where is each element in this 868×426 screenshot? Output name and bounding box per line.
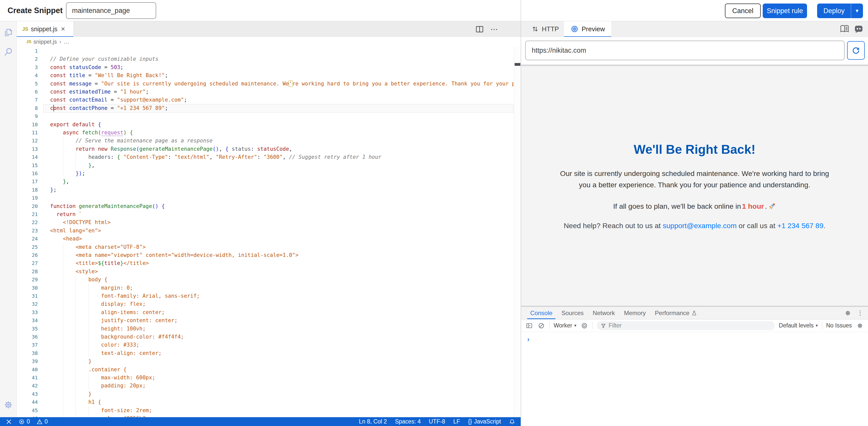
console-settings-gear-icon[interactable] bbox=[856, 322, 864, 330]
language-mode[interactable]: {} JavaScript bbox=[468, 418, 501, 425]
snippet-name-input[interactable] bbox=[66, 2, 156, 19]
code-line-46[interactable]: 46 color: #0056b3; bbox=[17, 415, 514, 417]
discord-chat-icon[interactable] bbox=[854, 24, 864, 34]
code-line-19[interactable]: 19 bbox=[17, 194, 514, 202]
code-line-43[interactable]: 43 } bbox=[17, 390, 514, 398]
code-line-9[interactable]: 9 bbox=[17, 112, 514, 120]
tab-sources[interactable]: Sources bbox=[557, 307, 588, 319]
console-output[interactable]: › bbox=[521, 332, 868, 426]
devtools-settings-gear-icon[interactable] bbox=[844, 309, 852, 317]
code-line-6[interactable]: 6const estimatedTime = "1 hour"; bbox=[17, 88, 514, 96]
code-line-24[interactable]: 24 <head> bbox=[17, 235, 514, 243]
code-line-42[interactable]: 42 padding: 20px; bbox=[17, 381, 514, 390]
split-editor-icon[interactable] bbox=[475, 25, 484, 34]
code-line-39[interactable]: 39 } bbox=[17, 357, 514, 365]
tab-preview[interactable]: Preview bbox=[564, 21, 611, 37]
code-line-21[interactable]: 21 return ` bbox=[17, 210, 514, 218]
clear-console-icon[interactable] bbox=[537, 322, 545, 330]
code-line-31[interactable]: 31 font-family: Arial, sans-serif; bbox=[17, 292, 514, 300]
docs-book-icon[interactable] bbox=[839, 24, 850, 34]
breadcrumb-rest[interactable]: … bbox=[64, 38, 69, 45]
code-line-25[interactable]: 25 <meta charset="UTF-8"> bbox=[17, 243, 514, 251]
code-editor[interactable]: 12// Define your customizable inputs3con… bbox=[17, 47, 514, 417]
url-input[interactable] bbox=[525, 40, 844, 60]
code-line-34[interactable]: 34 justify-content: center; bbox=[17, 316, 514, 324]
encoding[interactable]: UTF-8 bbox=[429, 418, 445, 425]
live-expression-eye-icon[interactable] bbox=[580, 322, 588, 330]
devtools-more-icon[interactable]: ⋮ bbox=[857, 309, 864, 317]
deploy-dropdown-caret[interactable]: ▾ bbox=[851, 3, 863, 18]
notifications-bell-icon[interactable] bbox=[509, 419, 515, 425]
code-line-5[interactable]: 5const message = "Our site is currently … bbox=[17, 80, 514, 88]
snippet-rule-button[interactable]: Snippet rule bbox=[763, 3, 807, 18]
indentation[interactable]: Spaces: 4 bbox=[395, 418, 421, 425]
breadcrumb-file[interactable]: snippet.js bbox=[33, 38, 57, 45]
editor-scrollbar[interactable] bbox=[514, 47, 521, 417]
code-line-36[interactable]: 36 background-color: #f4f4f4; bbox=[17, 333, 514, 341]
issues-counter[interactable]: No Issues bbox=[826, 322, 852, 329]
breadcrumb[interactable]: JS snippet.js › … bbox=[17, 37, 521, 47]
code-line-3[interactable]: 3const statusCode = 503; bbox=[17, 63, 514, 71]
refresh-button[interactable] bbox=[847, 41, 865, 60]
tab-performance[interactable]: Performance bbox=[650, 307, 702, 319]
code-line-4[interactable]: 4const title = "We'll Be Right Back!"; bbox=[17, 71, 514, 79]
code-line-45[interactable]: 45 font-size: 2rem; bbox=[17, 406, 514, 415]
console-prompt[interactable]: › bbox=[527, 336, 529, 343]
code-line-20[interactable]: 20function generateMaintenancePage() { bbox=[17, 202, 514, 210]
code-line-7[interactable]: 7const contactEmail = "support@example.c… bbox=[17, 96, 514, 104]
code-line-23[interactable]: 23<html lang="en"> bbox=[17, 227, 514, 235]
context-selector[interactable]: Worker ▾ bbox=[554, 322, 576, 329]
code-line-35[interactable]: 35 height: 100vh; bbox=[17, 325, 514, 333]
warnings-indicator[interactable]: 0 bbox=[36, 418, 48, 425]
tab-console[interactable]: Console bbox=[526, 307, 557, 319]
code-line-14[interactable]: 14 headers: { "Content-Type": "text/html… bbox=[17, 153, 514, 161]
code-line-2[interactable]: 2// Define your customizable inputs bbox=[17, 55, 514, 63]
remote-indicator-icon[interactable] bbox=[5, 419, 12, 425]
tab-http[interactable]: HTTP bbox=[525, 21, 565, 37]
search-icon[interactable] bbox=[3, 47, 14, 57]
code-line-44[interactable]: 44 h1 { bbox=[17, 398, 514, 406]
tab-network[interactable]: Network bbox=[588, 307, 619, 319]
cursor-position[interactable]: Ln 8, Col 2 bbox=[359, 418, 387, 425]
files-icon[interactable] bbox=[3, 27, 14, 38]
code-line-10[interactable]: 10export default { bbox=[17, 120, 514, 129]
code-line-1[interactable]: 1 bbox=[17, 47, 514, 55]
close-tab-icon[interactable]: × bbox=[61, 26, 65, 31]
settings-gear-icon[interactable] bbox=[3, 399, 14, 410]
code-line-12[interactable]: 12 // Serve the maintenance page as a re… bbox=[17, 137, 514, 145]
code-line-15[interactable]: 15 }, bbox=[17, 161, 514, 169]
code-line-33[interactable]: 33 align-items: center; bbox=[17, 308, 514, 316]
code-line-22[interactable]: 22 <!DOCTYPE html> bbox=[17, 218, 514, 226]
code-line-17[interactable]: 17 }, bbox=[17, 177, 514, 186]
code-line-40[interactable]: 40 .container { bbox=[17, 366, 514, 374]
editor-more-actions-icon[interactable]: ⋯ bbox=[490, 25, 499, 34]
code-line-26[interactable]: 26 <meta name="viewport" content="width=… bbox=[17, 251, 514, 259]
eol-sequence[interactable]: LF bbox=[453, 418, 460, 425]
code-line-18[interactable]: 18}; bbox=[17, 186, 514, 194]
cancel-button[interactable]: Cancel bbox=[725, 3, 761, 18]
code-line-38[interactable]: 38 text-align: center; bbox=[17, 349, 514, 357]
code-line-32[interactable]: 32 display: flex; bbox=[17, 300, 514, 308]
code-line-27[interactable]: 27 <title>${title}</title> bbox=[17, 259, 514, 267]
code-line-41[interactable]: 41 max-width: 600px; bbox=[17, 374, 514, 381]
panel-divider[interactable] bbox=[521, 0, 521, 426]
tab-snippet-js[interactable]: JS snippet.js × bbox=[17, 21, 73, 37]
tab-memory[interactable]: Memory bbox=[619, 307, 650, 319]
support-email-link[interactable]: support@example.com bbox=[663, 222, 737, 230]
log-levels-selector[interactable]: Default levels ▾ bbox=[779, 322, 818, 329]
code-line-8[interactable]: 8const contactPhone = "+1 234 567 89"; bbox=[17, 104, 514, 112]
line-number: 22 bbox=[17, 218, 38, 226]
code-line-37[interactable]: 37 color: #333; bbox=[17, 341, 514, 349]
indent-guide bbox=[75, 398, 76, 406]
code-line-16[interactable]: 16 }); bbox=[17, 169, 514, 177]
code-line-28[interactable]: 28 <style> bbox=[17, 267, 514, 276]
code-line-30[interactable]: 30 margin: 0; bbox=[17, 284, 514, 292]
code-line-29[interactable]: 29 body { bbox=[17, 276, 514, 284]
filter-input[interactable] bbox=[609, 322, 771, 329]
deploy-button[interactable]: Deploy bbox=[817, 3, 851, 18]
console-sidebar-toggle-icon[interactable] bbox=[525, 322, 533, 330]
code-line-11[interactable]: 11 async fetch(request) { bbox=[17, 129, 514, 137]
code-line-13[interactable]: 13 return new Response(generateMaintenan… bbox=[17, 145, 514, 153]
errors-indicator[interactable]: 0 bbox=[19, 418, 30, 425]
phone-link[interactable]: +1 234 567 89 bbox=[777, 222, 824, 230]
